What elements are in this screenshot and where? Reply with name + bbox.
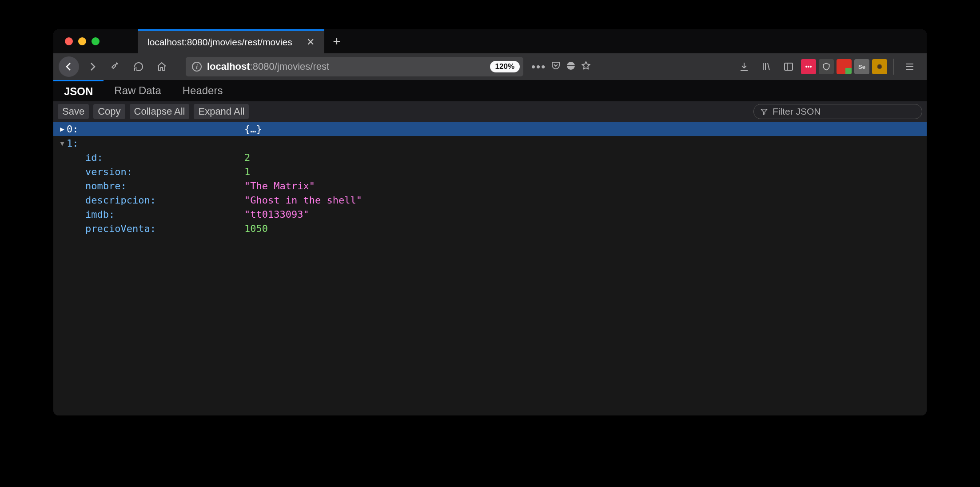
browser-tab[interactable]: localhost:8080/jmovies/rest/movies ✕	[138, 29, 324, 53]
svg-rect-2	[785, 63, 793, 70]
collapse-all-button[interactable]: Collapse All	[130, 104, 190, 119]
json-key: imdb:	[85, 209, 115, 220]
tab-json[interactable]: JSON	[53, 80, 104, 101]
expand-icon[interactable]: ▶	[58, 125, 67, 133]
page-actions: •••	[527, 60, 598, 74]
json-toolbar: Save Copy Collapse All Expand All Filter…	[53, 101, 927, 122]
forward-button[interactable]	[83, 57, 102, 76]
json-key: version:	[85, 166, 132, 177]
json-key: 1:	[67, 138, 79, 149]
tree-row-0[interactable]: ▶ 0: {…}	[53, 122, 927, 136]
toolbar-separator	[893, 59, 894, 75]
library-icon[interactable]	[757, 57, 776, 76]
extension-red-icon[interactable]	[837, 59, 852, 74]
site-info-icon[interactable]: i	[192, 62, 202, 72]
bookmark-star-icon[interactable]	[581, 60, 591, 73]
tab-title: localhost:8080/jmovies/rest/movies	[147, 37, 304, 48]
back-button[interactable]	[59, 56, 79, 77]
home-button[interactable]	[152, 57, 171, 76]
reload-button[interactable]	[129, 57, 148, 76]
tree-row-nombre[interactable]: nombre: "The Matrix"	[53, 179, 927, 193]
more-actions-icon[interactable]: •••	[531, 60, 546, 74]
minimize-window-button[interactable]	[78, 37, 86, 45]
filter-placeholder: Filter JSON	[773, 106, 821, 117]
json-value: "Ghost in the shell"	[244, 195, 362, 206]
json-key: nombre:	[85, 180, 127, 192]
filter-input[interactable]: Filter JSON	[753, 104, 922, 119]
tree-row-imdb[interactable]: imdb: "tt0133093"	[53, 207, 927, 221]
expand-all-button[interactable]: Expand All	[194, 104, 249, 119]
json-value: 1	[244, 166, 250, 177]
tree-row-1[interactable]: ▼ 1:	[53, 136, 927, 150]
zoom-window-button[interactable]	[92, 37, 100, 45]
tree-row-precioventa[interactable]: precioVenta: 1050	[53, 221, 927, 236]
filter-icon	[760, 108, 768, 116]
extension-ublock-icon[interactable]	[819, 59, 834, 74]
json-value: "tt0133093"	[244, 209, 309, 220]
json-value: {…}	[244, 124, 262, 135]
tab-strip: localhost:8080/jmovies/rest/movies ✕ +	[53, 29, 927, 53]
dev-tools-icon[interactable]	[106, 57, 125, 76]
extension-sun-icon[interactable]: ✺	[872, 59, 887, 74]
json-key: id:	[85, 152, 103, 163]
close-tab-icon[interactable]: ✕	[304, 36, 317, 49]
new-tab-button[interactable]: +	[324, 29, 349, 53]
toolbar-right: ••• Se ✺	[734, 57, 921, 76]
downloads-icon[interactable]	[734, 57, 754, 76]
json-value: "The Matrix"	[244, 180, 315, 192]
window-controls	[53, 29, 109, 53]
copy-button[interactable]: Copy	[93, 104, 125, 119]
url-bar[interactable]: i localhost:8080/jmovies/rest 120%	[186, 57, 523, 76]
close-window-button[interactable]	[65, 37, 73, 45]
tree-row-version[interactable]: version: 1	[53, 164, 927, 179]
json-viewer-tabs: JSON Raw Data Headers	[53, 80, 927, 101]
nav-toolbar: i localhost:8080/jmovies/rest 120% ••• •…	[53, 53, 927, 80]
sidebar-icon[interactable]	[779, 57, 798, 76]
extension-lastpass-icon[interactable]: •••	[801, 59, 816, 74]
json-key: 0:	[67, 124, 79, 135]
tree-row-descripcion[interactable]: descripcion: "Ghost in the shell"	[53, 193, 927, 207]
json-value: 1050	[244, 223, 268, 234]
save-button[interactable]: Save	[58, 104, 89, 119]
tab-rawdata[interactable]: Raw Data	[104, 80, 171, 101]
tree-row-id[interactable]: id: 2	[53, 150, 927, 164]
tab-headers[interactable]: Headers	[172, 80, 234, 101]
url-text: localhost:8080/jmovies/rest	[207, 61, 485, 72]
zoom-badge[interactable]: 120%	[490, 61, 520, 72]
json-key: precioVenta:	[85, 223, 156, 234]
extension-selenium-icon[interactable]: Se	[854, 59, 869, 74]
tracking-protection-icon[interactable]	[566, 60, 576, 73]
json-key: descripcion:	[85, 195, 156, 206]
pocket-icon[interactable]	[550, 60, 561, 73]
hamburger-menu-icon[interactable]	[900, 57, 920, 76]
collapse-icon[interactable]: ▼	[58, 139, 67, 148]
json-value: 2	[244, 152, 250, 163]
json-tree: ▶ 0: {…} ▼ 1: id: 2 version: 1 nombre: "…	[53, 122, 927, 415]
browser-window: localhost:8080/jmovies/rest/movies ✕ +	[53, 29, 927, 415]
svg-rect-1	[567, 65, 575, 66]
